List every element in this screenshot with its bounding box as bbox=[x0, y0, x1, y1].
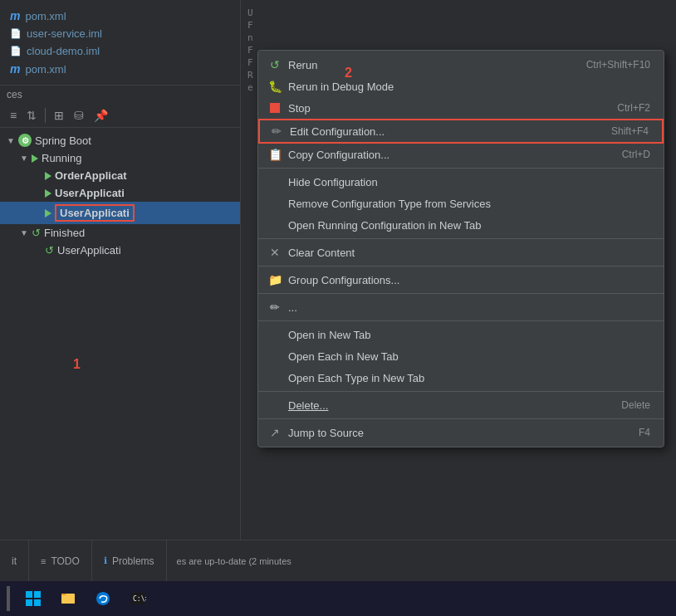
tree-item-running[interactable]: ▼ Running bbox=[0, 149, 240, 167]
menu-label-open-tab: Open in New Tab bbox=[288, 329, 371, 341]
menu-item-open-each-type[interactable]: Open Each Type in New Tab bbox=[258, 367, 664, 389]
menu-item-stop[interactable]: Stop Ctrl+F2 bbox=[258, 97, 664, 119]
menu-label-rerun-debug: Rerun in Debug Mode bbox=[288, 81, 394, 93]
taskbar-btn-edge[interactable] bbox=[88, 584, 118, 614]
services-toolbar: ≡ ⇅ ⊞ ⛁ 📌 bbox=[0, 104, 240, 128]
iml-icon: 📄 bbox=[10, 28, 22, 39]
explorer-icon bbox=[60, 590, 76, 607]
taskbar-btn-terminal[interactable]: C:\> bbox=[123, 584, 153, 614]
toolbar-divider bbox=[45, 108, 46, 123]
taskbar-btn-windows[interactable] bbox=[18, 584, 48, 614]
taskbar: C:\> bbox=[0, 581, 676, 616]
delete-icon bbox=[268, 398, 282, 412]
file-item-pom1[interactable]: m pom.xml bbox=[0, 7, 240, 25]
run-icon-user1 bbox=[45, 189, 51, 198]
menu-label-clear: Clear Content bbox=[288, 247, 355, 259]
maven-icon: m bbox=[10, 9, 20, 22]
file-item-cloud-demo[interactable]: 📄 cloud-demo.iml bbox=[0, 42, 240, 60]
menu-label-dots: ... bbox=[288, 301, 297, 314]
toolbar-btn-pin[interactable]: 📌 bbox=[91, 107, 111, 124]
chevron-finished: ▼ bbox=[20, 228, 28, 237]
bottom-tab-problems[interactable]: ℹ Problems bbox=[92, 540, 167, 581]
iml-icon-2: 📄 bbox=[10, 46, 22, 56]
chevron-running: ▼ bbox=[20, 154, 28, 163]
menu-label-group: Group Configurations... bbox=[288, 274, 399, 286]
menu-item-rerun-debug[interactable]: 🐛 Rerun in Debug Mode bbox=[258, 76, 664, 97]
menu-item-open-running[interactable]: Open Running Configuration in New Tab bbox=[258, 214, 664, 236]
copy-config-icon: 📋 bbox=[268, 148, 282, 161]
running-label: Running bbox=[42, 152, 81, 164]
svg-text:C:\>: C:\> bbox=[133, 595, 146, 603]
right-line-2: F bbox=[247, 19, 669, 32]
shortcut-stop: Ctrl+F2 bbox=[617, 102, 650, 114]
userapplication2-label-boxed: UserApplicati bbox=[55, 204, 135, 222]
bottom-tab-todo-label: TODO bbox=[51, 555, 79, 567]
terminal-icon: C:\> bbox=[130, 590, 146, 607]
menu-label-stop: Stop bbox=[288, 102, 311, 115]
tree-item-finished[interactable]: ▼ ↺ Finished bbox=[0, 224, 240, 242]
menu-item-open-each[interactable]: Open Each in New Tab bbox=[258, 345, 664, 367]
services-label: ces bbox=[0, 86, 240, 104]
tree-item-orderapplication[interactable]: OrderApplicat bbox=[0, 167, 240, 184]
shortcut-copy-config: Ctrl+D bbox=[622, 149, 650, 160]
taskbar-btn-explorer[interactable] bbox=[53, 584, 83, 614]
toolbar-btn-group[interactable]: ⊞ bbox=[51, 107, 67, 124]
sep4 bbox=[258, 293, 664, 294]
clear-icon: ✕ bbox=[268, 246, 282, 259]
menu-item-delete[interactable]: Delete... Delete bbox=[258, 394, 664, 416]
run-icon-order bbox=[45, 172, 51, 180]
jump-icon: ↗ bbox=[268, 426, 282, 439]
menu-item-group[interactable]: 📁 Group Configurations... bbox=[258, 269, 664, 291]
debug-rerun-icon: 🐛 bbox=[268, 80, 282, 93]
shortcut-rerun: Ctrl+Shift+F10 bbox=[586, 59, 650, 71]
menu-item-edit-config[interactable]: ✏ Edit Configuration... Shift+F4 bbox=[258, 119, 664, 144]
right-line-3: n bbox=[247, 32, 669, 44]
toolbar-btn-filter[interactable]: ⛁ bbox=[71, 107, 87, 124]
file-item-user-service[interactable]: 📄 user-service.iml bbox=[0, 25, 240, 42]
remove-config-icon bbox=[268, 197, 282, 210]
tree-item-userapplication2[interactable]: UserApplicati bbox=[0, 202, 240, 224]
shortcut-jump: F4 bbox=[639, 427, 650, 438]
finished-icon: ↺ bbox=[32, 227, 41, 239]
toolbar-btn-align[interactable]: ≡ bbox=[7, 107, 20, 124]
menu-item-hide-config[interactable]: Hide Configuration bbox=[258, 171, 664, 193]
shortcut-delete: Delete bbox=[621, 399, 650, 411]
left-panel: m pom.xml 📄 user-service.iml 📄 cloud-dem… bbox=[0, 0, 241, 616]
bottom-tab-todo[interactable]: ≡ TODO bbox=[29, 540, 92, 581]
taskbar-indicator bbox=[7, 586, 10, 611]
tree-item-userapplication-finished[interactable]: ↺ UserApplicati bbox=[0, 242, 240, 259]
open-running-icon bbox=[268, 218, 282, 232]
menu-item-jump[interactable]: ↗ Jump to Source F4 bbox=[258, 422, 664, 443]
file-item-pom2[interactable]: m pom.xml bbox=[0, 60, 240, 78]
menu-item-clear[interactable]: ✕ Clear Content bbox=[258, 242, 664, 263]
menu-label-edit-config: Edit Configuration... bbox=[290, 125, 385, 138]
menu-item-dots[interactable]: ✏ ... bbox=[258, 296, 664, 318]
tree-item-springboot[interactable]: ▼ ⚙ Spring Boot bbox=[0, 131, 240, 149]
open-tab-icon bbox=[268, 328, 282, 341]
menu-item-remove-config[interactable]: Remove Configuration Type from Services bbox=[258, 193, 664, 214]
finished-label: Finished bbox=[44, 227, 85, 239]
menu-label-open-each: Open Each in New Tab bbox=[288, 350, 399, 363]
stop-icon bbox=[268, 101, 282, 115]
list-icon: ≡ bbox=[41, 556, 46, 566]
menu-item-copy-config[interactable]: 📋 Copy Configuration... Ctrl+D bbox=[258, 144, 664, 165]
sep6 bbox=[258, 391, 664, 392]
badge-number-1: 1 bbox=[73, 357, 81, 372]
file-list: m pom.xml 📄 user-service.iml 📄 cloud-dem… bbox=[0, 0, 240, 86]
bottom-tab-it[interactable]: it bbox=[0, 540, 29, 581]
info-icon: ℹ bbox=[104, 555, 107, 566]
dots-icon: ✏ bbox=[268, 301, 282, 314]
file-name-pom1: pom.xml bbox=[25, 10, 66, 22]
menu-item-open-tab[interactable]: Open in New Tab bbox=[258, 324, 664, 345]
edit-config-icon: ✏ bbox=[270, 125, 283, 138]
tree-item-userapplication1[interactable]: UserApplicati bbox=[0, 184, 240, 202]
menu-label-delete: Delete... bbox=[288, 399, 328, 412]
menu-item-rerun[interactable]: ↺ Rerun Ctrl+Shift+F10 bbox=[258, 54, 664, 76]
menu-label-open-running: Open Running Configuration in New Tab bbox=[288, 219, 481, 232]
toolbar-btn-align2[interactable]: ⇅ bbox=[23, 107, 40, 124]
menu-label-hide-config: Hide Configuration bbox=[288, 176, 378, 188]
bottom-panel: it ≡ TODO ℹ Problems es are up-to-date (… bbox=[0, 540, 676, 581]
menu-label-copy-config: Copy Configuration... bbox=[288, 149, 389, 161]
userapplication1-label: UserApplicati bbox=[55, 187, 125, 199]
maven-icon-2: m bbox=[10, 62, 20, 76]
